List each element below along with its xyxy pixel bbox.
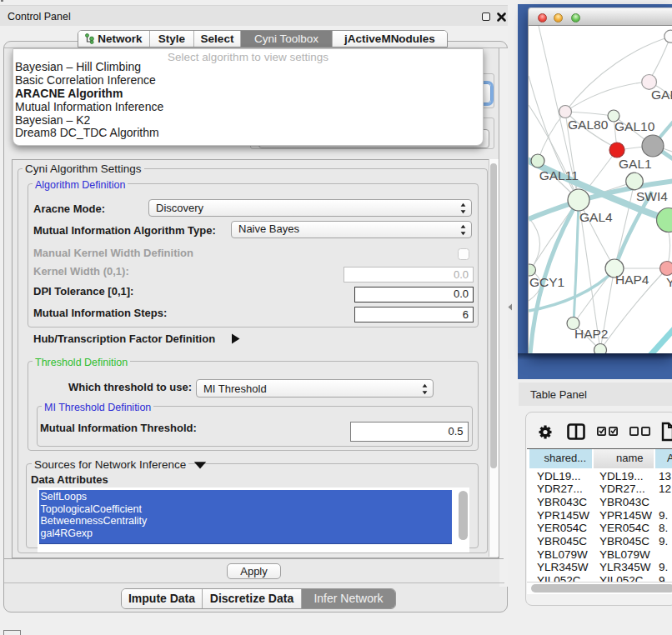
svg-text:GAL11: GAL11 bbox=[539, 168, 579, 182]
svg-text:GAL1: GAL1 bbox=[619, 157, 652, 171]
svg-text:Y: Y bbox=[666, 275, 672, 289]
svg-text:GAL7: GAL7 bbox=[651, 88, 672, 102]
svg-text:SWI4: SWI4 bbox=[636, 189, 668, 203]
svg-text:GAL80: GAL80 bbox=[568, 118, 609, 132]
svg-text:GAL10: GAL10 bbox=[614, 119, 655, 133]
svg-text:GAL4: GAL4 bbox=[579, 210, 613, 224]
svg-text:HAP2: HAP2 bbox=[574, 327, 609, 341]
svg-text:GCY1: GCY1 bbox=[529, 275, 564, 289]
svg-text:HAP4: HAP4 bbox=[615, 272, 649, 287]
